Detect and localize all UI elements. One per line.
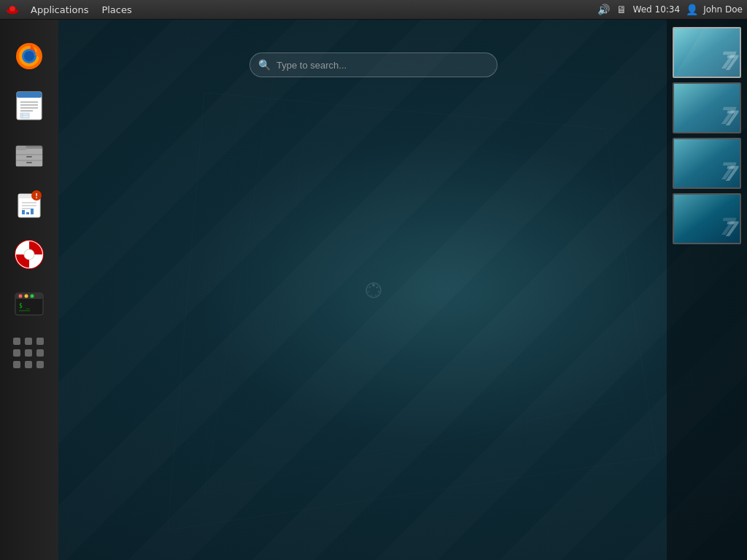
svg-rect-23 [17, 92, 42, 98]
svg-point-16 [368, 290, 370, 292]
grid-dot [25, 361, 32, 368]
svg-point-53 [19, 295, 23, 298]
svg-point-55 [31, 295, 34, 298]
dock-terminal[interactable]: $ _ [7, 282, 51, 326]
svg-rect-63 [674, 139, 740, 187]
datetime-display: Wed 10:34 [633, 4, 681, 15]
grid-dot [36, 361, 44, 368]
svg-rect-65 [674, 195, 740, 243]
svg-point-54 [25, 295, 28, 298]
grid-dot [36, 349, 44, 357]
svg-point-13 [378, 290, 380, 292]
top-panel: Applications Places 🔊 🖥 Wed 10:34 👤 John… [0, 0, 747, 20]
applications-menu[interactable]: Applications [25, 3, 94, 17]
svg-point-12 [376, 286, 379, 288]
dock-files[interactable] [7, 133, 51, 177]
svg-marker-6 [263, 78, 642, 443]
svg-line-8 [204, 20, 693, 494]
svg-text:$ _: $ _ [19, 303, 30, 309]
svg-text:7: 7 [718, 158, 737, 185]
dock-firefox[interactable] [7, 34, 51, 78]
panel-right: 🔊 🖥 Wed 10:34 👤 John Doe [598, 4, 743, 15]
dock-app-grid[interactable] [13, 338, 45, 370]
desktop: 🔍 [0, 20, 747, 560]
workspace-2[interactable]: 7 [673, 82, 741, 133]
grid-dot [13, 338, 20, 345]
workspace-switcher: 7 7 [667, 20, 747, 560]
svg-text:7: 7 [718, 47, 737, 74]
svg-point-11 [372, 284, 375, 287]
search-bar: 🔍 [249, 52, 498, 77]
grid-dot [25, 349, 32, 357]
svg-text:7: 7 [718, 213, 737, 241]
redhat-icon[interactable] [4, 1, 20, 18]
dock: ! [0, 20, 58, 560]
svg-point-2 [9, 7, 15, 12]
search-icon: 🔍 [258, 59, 271, 71]
grid-dot [36, 338, 44, 345]
volume-icon[interactable]: 🔊 [598, 4, 610, 15]
svg-rect-47 [31, 209, 34, 214]
grid-dot [25, 338, 32, 345]
svg-rect-33 [16, 146, 26, 150]
workspace-4[interactable]: 7 [673, 193, 741, 244]
svg-marker-5 [190, 107, 627, 472]
grid-dot [13, 349, 20, 357]
search-input[interactable] [249, 52, 498, 77]
svg-marker-4 [204, 56, 693, 494]
svg-rect-45 [22, 210, 25, 214]
svg-marker-3 [168, 93, 657, 530]
svg-point-50 [24, 249, 34, 260]
svg-rect-46 [26, 212, 29, 214]
loading-spinner [365, 281, 382, 299]
dock-help[interactable] [7, 233, 51, 276]
svg-line-7 [131, 20, 693, 560]
network-icon[interactable]: 🖥 [616, 4, 627, 15]
user-icon[interactable]: 👤 [686, 4, 697, 15]
svg-point-21 [24, 51, 34, 61]
places-menu[interactable]: Places [96, 3, 137, 17]
panel-left: Applications Places [4, 1, 138, 18]
svg-point-15 [371, 294, 373, 296]
workspace-3[interactable]: 7 [673, 138, 741, 189]
svg-rect-61 [674, 84, 740, 132]
svg-text:!: ! [35, 193, 38, 200]
username-display: John Doe [703, 4, 743, 15]
dock-notes[interactable]: ! [7, 183, 51, 227]
svg-text:7: 7 [718, 102, 737, 130]
svg-rect-28 [20, 113, 29, 118]
svg-point-14 [375, 294, 377, 296]
svg-rect-36 [26, 156, 32, 158]
dock-writer[interactable] [7, 84, 51, 128]
svg-rect-37 [26, 162, 32, 163]
grid-dot [13, 361, 20, 368]
workspace-1[interactable]: 7 [673, 27, 741, 78]
svg-point-17 [369, 286, 371, 288]
